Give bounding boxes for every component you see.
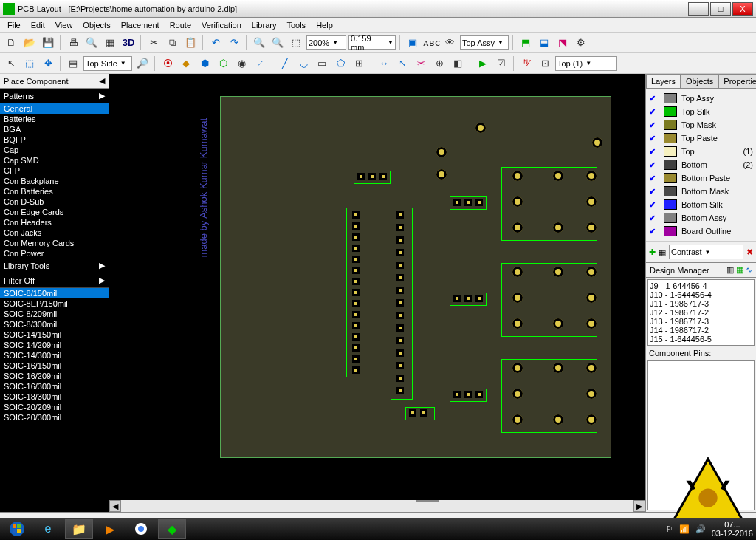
- list-item[interactable]: CFP: [0, 165, 109, 176]
- layer-color-swatch[interactable]: [664, 120, 677, 130]
- dm-item[interactable]: J13 - 1986717-3: [650, 317, 752, 326]
- text-icon[interactable]: ᴀʙᴄ: [423, 35, 439, 51]
- drc-icon[interactable]: ☑: [493, 55, 509, 72]
- list-item[interactable]: SOIC-8/209mil: [0, 309, 109, 319]
- dim-a-icon[interactable]: ↔: [376, 55, 392, 72]
- list-item[interactable]: Con Batteries: [0, 186, 109, 196]
- titles-icon[interactable]: ▦: [102, 35, 118, 51]
- dim-d-icon[interactable]: ⊕: [431, 55, 447, 72]
- layer-row[interactable]: ✔Bottom Paste: [646, 171, 756, 185]
- route-f-icon[interactable]: ⟋: [252, 55, 268, 72]
- footprint-list[interactable]: SOIC-8/150mil SOIC-8EP/150mil SOIC-8/209…: [0, 288, 109, 512]
- dm-item[interactable]: J11 - 1986717-3: [650, 299, 752, 308]
- net-a-icon[interactable]: ᴺ⁄: [518, 55, 535, 72]
- undo-icon[interactable]: ↶: [207, 35, 224, 51]
- layer-row[interactable]: ✔Top Paste: [646, 131, 756, 145]
- dm-item[interactable]: J9 - 1-644456-4: [650, 281, 752, 290]
- taskbar-chrome-icon[interactable]: [127, 519, 155, 539]
- dim-c-icon[interactable]: ✂: [413, 55, 429, 72]
- dm-icon-c[interactable]: ∿: [746, 265, 752, 274]
- tab-properties[interactable]: Properties: [718, 74, 756, 88]
- list-item[interactable]: Con Edge Cards: [0, 207, 109, 217]
- patterns-section[interactable]: Patterns▶: [0, 89, 109, 103]
- layer-row[interactable]: ✔Board Outline: [646, 225, 756, 238]
- menu-route[interactable]: Route: [165, 19, 196, 31]
- list-item[interactable]: SOIC-14/150mil: [0, 329, 109, 340]
- menu-verification[interactable]: Verification: [197, 19, 246, 31]
- side-combo[interactable]: Top Side▼: [83, 56, 132, 71]
- list-item[interactable]: Con D-Sub: [0, 196, 109, 207]
- dim-e-icon[interactable]: ◧: [450, 55, 466, 72]
- dm-item[interactable]: J14 - 1986717-2: [650, 326, 752, 335]
- layer-color-swatch[interactable]: [664, 226, 677, 236]
- route-d-icon[interactable]: ⬡: [215, 55, 231, 72]
- dm-icon-b[interactable]: ▦: [736, 265, 743, 274]
- layer-check-icon[interactable]: ✔: [649, 134, 659, 143]
- maximize-button[interactable]: □: [710, 2, 731, 16]
- zoom-combo[interactable]: 200%▼: [306, 35, 346, 50]
- category-list[interactable]: General Batteries BGA BQFP Cap Cap SMD C…: [0, 103, 109, 259]
- delete-layer-icon[interactable]: ✖: [746, 247, 753, 257]
- list-item[interactable]: Con Backplane: [0, 176, 109, 186]
- list-item[interactable]: Con Headers: [0, 217, 109, 228]
- preview-icon[interactable]: 🔍: [83, 35, 100, 51]
- zoom-fit-icon[interactable]: ⬚: [288, 35, 304, 51]
- menu-file[interactable]: File: [3, 19, 25, 31]
- pointer-icon[interactable]: ↖: [3, 55, 19, 72]
- horizontal-scrollbar[interactable]: ◀▶: [109, 500, 645, 512]
- list-item[interactable]: SOIC-18/300mil: [0, 392, 109, 402]
- move-icon[interactable]: ⬚: [21, 55, 38, 72]
- paste-icon[interactable]: 📋: [182, 35, 199, 51]
- tool-c-icon[interactable]: ⬔: [554, 35, 571, 51]
- add-layer-icon[interactable]: ✚: [649, 247, 656, 257]
- dm-icon-a[interactable]: ▥: [726, 265, 734, 274]
- route-b-icon[interactable]: ◆: [178, 55, 194, 72]
- list-item[interactable]: SOIC-8EP/150mil: [0, 298, 109, 309]
- system-tray[interactable]: ⚐ 📶 🔊 07... 03-12-2016: [666, 520, 753, 538]
- shape-arc-icon[interactable]: ◡: [295, 55, 312, 72]
- visibility-icon[interactable]: 👁: [441, 35, 458, 51]
- layer-row[interactable]: ✔Bottom(2): [646, 158, 756, 171]
- list-item[interactable]: Con Jacks: [0, 228, 109, 238]
- run-icon[interactable]: ▶: [475, 55, 491, 72]
- find-icon[interactable]: 🔎: [134, 55, 151, 72]
- layer-color-swatch[interactable]: [664, 146, 677, 157]
- tool-d-icon[interactable]: ⚙: [573, 35, 589, 51]
- minimize-button[interactable]: —: [688, 2, 709, 16]
- layer-check-icon[interactable]: ✔: [649, 107, 659, 117]
- list-item[interactable]: SOIC-20/300mil: [0, 412, 109, 423]
- layer-row[interactable]: ✔Top Silk: [646, 105, 756, 118]
- shape-rect-icon[interactable]: ▭: [314, 55, 330, 72]
- menu-objects[interactable]: Objects: [78, 19, 114, 31]
- list-item[interactable]: SOIC-20/209mil: [0, 402, 109, 412]
- layer-swap-icon[interactable]: ▤: [65, 55, 81, 72]
- dm-item[interactable]: J15 - 1-644456-5: [650, 335, 752, 344]
- net-combo[interactable]: Top (1)▼: [555, 56, 617, 71]
- place-component-header[interactable]: Place Component◀: [0, 74, 109, 89]
- list-item[interactable]: Con Memory Cards: [0, 238, 109, 248]
- route-c-icon[interactable]: ⬢: [196, 55, 213, 72]
- close-button[interactable]: X: [732, 2, 753, 16]
- library-tools-section[interactable]: Library Tools▶: [0, 259, 109, 273]
- layer-check-icon[interactable]: ✔: [649, 213, 659, 223]
- open-icon[interactable]: 📂: [21, 35, 38, 51]
- redo-icon[interactable]: ↷: [226, 35, 242, 51]
- threed-button[interactable]: 3D: [120, 35, 137, 51]
- dim-b-icon[interactable]: ⤡: [394, 55, 410, 72]
- layer-row[interactable]: ✔Bottom Mask: [646, 185, 756, 198]
- list-item[interactable]: SOIC-14/300mil: [0, 350, 109, 360]
- menu-library[interactable]: Library: [247, 19, 281, 31]
- zoom-in-icon[interactable]: 🔍: [251, 35, 267, 51]
- menu-tools[interactable]: Tools: [282, 19, 310, 31]
- list-item[interactable]: BGA: [0, 124, 109, 134]
- layer-color-swatch[interactable]: [664, 93, 677, 103]
- layer-check-icon[interactable]: ✔: [649, 227, 659, 236]
- layer-color-swatch[interactable]: [664, 199, 677, 210]
- layer-check-icon[interactable]: ✔: [649, 120, 659, 130]
- shape-poly-icon[interactable]: ⬠: [332, 55, 348, 72]
- taskbar-ie-icon[interactable]: e: [34, 519, 62, 539]
- menu-placement[interactable]: Placement: [117, 19, 164, 31]
- layer-color-swatch[interactable]: [664, 160, 677, 170]
- list-item[interactable]: Cap: [0, 145, 109, 155]
- layer-row[interactable]: ✔Bottom Assy: [646, 211, 756, 225]
